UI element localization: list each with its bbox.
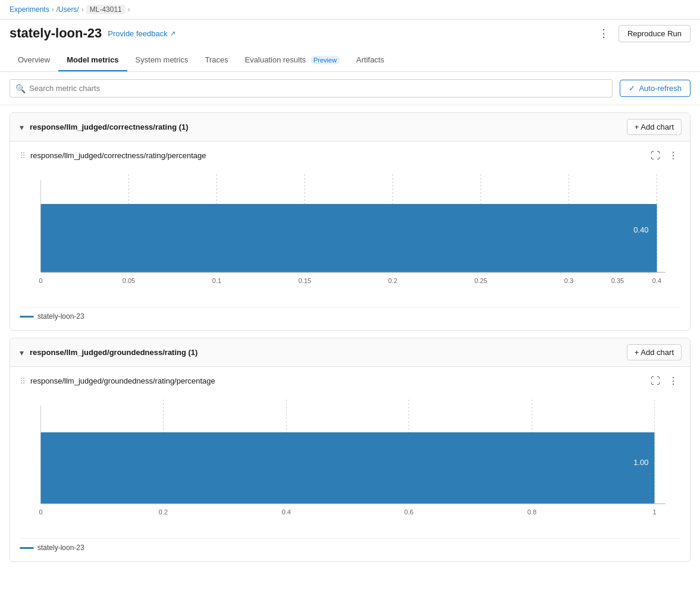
- title-bar: stately-loon-23 Provide feedback ↗ ⋮ Rep…: [0, 20, 700, 49]
- breadcrumb-run-id: ML-43011: [86, 5, 125, 14]
- groundedness-collapse-button[interactable]: ▾: [18, 347, 25, 359]
- groundedness-add-chart-button[interactable]: + Add chart: [627, 344, 682, 360]
- correctness-header-left: ▾ response/llm_judged/correctness/rating…: [18, 121, 189, 133]
- reproduce-run-button[interactable]: Reproduce Run: [619, 25, 690, 42]
- correctness-chart-card: ⠿ response/llm_judged/correctness/rating…: [10, 142, 690, 330]
- breadcrumb-experiments[interactable]: Experiments: [10, 5, 49, 14]
- groundedness-fullscreen-button[interactable]: ⛶: [648, 375, 663, 388]
- correctness-chart-more-button[interactable]: ⋮: [666, 149, 680, 162]
- external-link-icon: ↗: [170, 30, 175, 37]
- breadcrumb: Experiments › /Users/ › ML-43011 ›: [0, 0, 700, 20]
- eval-results-label: Evaluation results: [245, 55, 306, 64]
- svg-text:1: 1: [652, 508, 656, 516]
- svg-rect-26: [41, 432, 655, 504]
- tab-overview[interactable]: Overview: [10, 49, 58, 71]
- groundedness-chart-more-button[interactable]: ⋮: [666, 374, 680, 388]
- breadcrumb-sep2: ›: [81, 5, 84, 14]
- svg-text:0.6: 0.6: [404, 508, 413, 516]
- correctness-legend-line: [20, 316, 34, 318]
- breadcrumb-sep1: ›: [52, 5, 54, 14]
- groundedness-drag-handle[interactable]: ⠿: [20, 376, 26, 386]
- auto-refresh-button[interactable]: ✓ Auto-refresh: [620, 80, 690, 97]
- feedback-label: Provide feedback: [108, 29, 167, 38]
- svg-text:0.35: 0.35: [611, 277, 624, 284]
- page-title: stately-loon-23: [10, 26, 102, 41]
- groundedness-legend-line: [20, 547, 34, 549]
- correctness-chart-header: ⠿ response/llm_judged/correctness/rating…: [20, 149, 680, 162]
- tab-artifacts[interactable]: Artifacts: [348, 49, 393, 71]
- correctness-collapse-button[interactable]: ▾: [18, 121, 25, 133]
- title-left: stately-loon-23 Provide feedback ↗: [10, 26, 175, 41]
- svg-text:0.3: 0.3: [564, 277, 573, 284]
- check-icon: ✓: [629, 84, 635, 93]
- correctness-chart-svg: 0.40 0 0.05 0.1 0.15 0.2 0.25 0.3 0.35 0…: [20, 168, 680, 299]
- svg-rect-8: [41, 204, 657, 272]
- groundedness-section-title: response/llm_judged/groundedness/rating …: [30, 348, 197, 357]
- search-bar-row: 🔍 ✓ Auto-refresh: [0, 72, 700, 105]
- correctness-drag-handle[interactable]: ⠿: [20, 151, 26, 161]
- preview-badge: Preview: [310, 56, 340, 64]
- svg-text:0.4: 0.4: [282, 508, 291, 516]
- search-input[interactable]: [10, 79, 613, 98]
- svg-text:1.00: 1.00: [633, 458, 648, 467]
- svg-text:0.2: 0.2: [388, 277, 397, 284]
- feedback-link[interactable]: Provide feedback ↗: [108, 29, 175, 38]
- svg-text:0.1: 0.1: [212, 277, 221, 284]
- svg-text:0.4: 0.4: [652, 277, 661, 284]
- groundedness-section: ▾ response/llm_judged/groundedness/ratin…: [10, 338, 690, 562]
- tabs-bar: Overview Model metrics System metrics Tr…: [0, 49, 700, 72]
- search-icon: 🔍: [15, 84, 26, 93]
- svg-text:0.8: 0.8: [528, 508, 536, 516]
- svg-text:0.15: 0.15: [299, 277, 311, 284]
- correctness-chart-legend: stately-loon-23: [20, 307, 680, 321]
- search-wrap: 🔍: [10, 79, 613, 98]
- groundedness-section-header: ▾ response/llm_judged/groundedness/ratin…: [10, 338, 690, 367]
- groundedness-chart-title: response/llm_judged/groundedness/rating/…: [30, 376, 215, 385]
- tab-evaluation-results[interactable]: Evaluation results Preview: [237, 49, 348, 71]
- groundedness-header-left: ▾ response/llm_judged/groundedness/ratin…: [18, 347, 197, 359]
- correctness-chart-area: 0.40 0 0.05 0.1 0.15 0.2 0.25 0.3 0.35 0…: [20, 168, 680, 301]
- tab-system-metrics[interactable]: System metrics: [127, 49, 197, 71]
- breadcrumb-sep3: ›: [128, 5, 130, 14]
- svg-text:0: 0: [39, 277, 42, 284]
- groundedness-chart-svg: 1.00 0 0.2 0.4 0.6 0.8 1: [20, 394, 680, 530]
- svg-text:0.25: 0.25: [475, 277, 487, 284]
- tab-model-metrics[interactable]: Model metrics: [58, 49, 127, 71]
- correctness-legend-label: stately-loon-23: [37, 312, 84, 321]
- auto-refresh-label: Auto-refresh: [639, 84, 682, 93]
- svg-text:0: 0: [39, 508, 42, 516]
- groundedness-chart-area: 1.00 0 0.2 0.4 0.6 0.8 1: [20, 394, 680, 532]
- svg-text:0.2: 0.2: [159, 508, 168, 516]
- correctness-chart-left: ⠿ response/llm_judged/correctness/rating…: [20, 151, 206, 161]
- groundedness-chart-card: ⠿ response/llm_judged/groundedness/ratin…: [10, 367, 690, 561]
- correctness-fullscreen-button[interactable]: ⛶: [648, 149, 663, 162]
- correctness-section: ▾ response/llm_judged/correctness/rating…: [10, 112, 690, 331]
- svg-text:0.40: 0.40: [633, 225, 648, 234]
- tab-traces[interactable]: Traces: [196, 49, 236, 71]
- groundedness-chart-left: ⠿ response/llm_judged/groundedness/ratin…: [20, 376, 215, 386]
- correctness-section-title: response/llm_judged/correctness/rating (…: [30, 123, 189, 131]
- svg-text:0.05: 0.05: [123, 277, 135, 284]
- title-right: ⋮ Reproduce Run: [594, 24, 690, 42]
- groundedness-legend-label: stately-loon-23: [37, 544, 84, 552]
- groundedness-chart-header: ⠿ response/llm_judged/groundedness/ratin…: [20, 374, 680, 388]
- more-options-button[interactable]: ⋮: [594, 24, 614, 42]
- correctness-chart-controls: ⛶ ⋮: [648, 149, 680, 162]
- correctness-chart-title: response/llm_judged/correctness/rating/p…: [30, 151, 206, 160]
- groundedness-chart-controls: ⛶ ⋮: [648, 374, 680, 388]
- correctness-section-header: ▾ response/llm_judged/correctness/rating…: [10, 113, 690, 142]
- groundedness-chart-legend: stately-loon-23: [20, 538, 680, 552]
- breadcrumb-users[interactable]: /Users/: [56, 5, 79, 14]
- correctness-add-chart-button[interactable]: + Add chart: [627, 119, 682, 135]
